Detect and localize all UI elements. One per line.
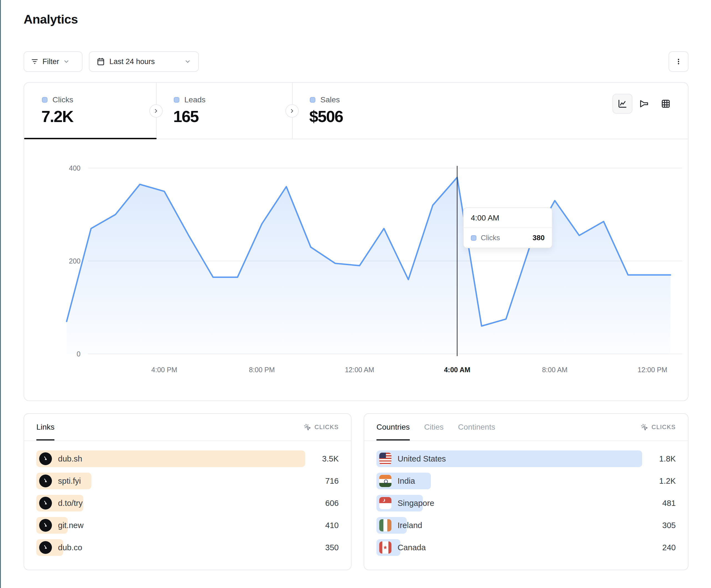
- window-edge-divider: [0, 0, 1, 588]
- link-label: dub.co: [58, 543, 82, 552]
- links-panel: Links CLICKS dub.sh 3.5K: [24, 413, 351, 570]
- tab-cities[interactable]: Cities: [424, 414, 444, 440]
- tab-sales[interactable]: Sales $506: [292, 83, 570, 139]
- metric-label: CLICKS: [652, 424, 676, 431]
- country-label: Singapore: [397, 499, 434, 508]
- more-options-button[interactable]: [669, 51, 689, 72]
- chevron-down-icon: [63, 58, 70, 65]
- links-panel-header: Links CLICKS: [24, 414, 351, 441]
- stat-label: Leads: [184, 95, 206, 104]
- ireland-flag-icon: [379, 519, 391, 532]
- filter-button[interactable]: Filter: [24, 51, 83, 72]
- calendar-icon: [96, 58, 105, 66]
- expand-clicks-leads-button[interactable]: [149, 104, 163, 118]
- funnel-view-button[interactable]: [634, 94, 654, 114]
- link-clicks-value: 606: [312, 499, 339, 508]
- link-clicks-value: 3.5K: [312, 454, 339, 463]
- chart-tooltip: 4:00 AM Clicks 380: [463, 207, 553, 248]
- link-row[interactable]: d.to/try 606: [36, 495, 339, 512]
- chart-type-switcher: [612, 94, 676, 114]
- country-row[interactable]: Singapore 481: [376, 495, 676, 512]
- links-metric-selector[interactable]: CLICKS: [304, 414, 339, 440]
- tooltip-series-value: 380: [533, 233, 544, 242]
- links-list: dub.sh 3.5K spti.fyi 716: [24, 441, 351, 556]
- stat-value: $506: [309, 107, 343, 126]
- date-range-button[interactable]: Last 24 hours: [89, 51, 199, 72]
- link-label: spti.fyi: [58, 476, 81, 485]
- sales-legend-icon: [310, 97, 316, 103]
- tab-continents[interactable]: Continents: [458, 414, 495, 440]
- clicks-area-chart[interactable]: 02004004:00 PM8:00 PM12:00 AM4:00 AM8:00…: [24, 139, 689, 401]
- metric-label: CLICKS: [315, 424, 339, 431]
- svg-text:400: 400: [69, 164, 81, 172]
- tab-leads[interactable]: Leads 165: [156, 83, 292, 139]
- cursor-click-icon: [641, 424, 648, 431]
- countries-metric-selector[interactable]: CLICKS: [641, 414, 676, 440]
- india-flag-icon: [379, 475, 391, 487]
- country-row[interactable]: Canada 240: [376, 539, 676, 556]
- link-row[interactable]: git.new 410: [36, 517, 339, 534]
- country-clicks-value: 481: [649, 499, 676, 508]
- tab-links[interactable]: Links: [36, 414, 55, 440]
- tab-label: Countries: [376, 423, 410, 432]
- dub-logo-icon: [39, 475, 52, 487]
- link-row[interactable]: dub.sh 3.5K: [36, 450, 339, 467]
- chevron-right-icon: [289, 108, 295, 114]
- link-row[interactable]: dub.co 350: [36, 539, 339, 556]
- link-label: d.to/try: [58, 499, 83, 508]
- link-clicks-value: 716: [312, 476, 339, 485]
- kebab-menu-icon: [675, 58, 682, 65]
- singapore-flag-icon: [379, 497, 391, 509]
- country-clicks-value: 240: [649, 543, 676, 552]
- country-label: Canada: [397, 543, 426, 552]
- tooltip-series-label: Clicks: [481, 233, 500, 242]
- dub-logo-icon: [39, 541, 52, 554]
- table-view-button[interactable]: [656, 94, 676, 114]
- country-label: India: [397, 476, 415, 485]
- filter-button-label: Filter: [42, 58, 59, 66]
- stat-value: 165: [173, 107, 198, 126]
- svg-text:8:00 PM: 8:00 PM: [249, 366, 275, 374]
- filter-icon: [31, 58, 39, 65]
- countries-list: United States 1.8K India 1.2K: [364, 441, 688, 556]
- stat-value: 7.2K: [41, 107, 73, 126]
- tooltip-time: 4:00 AM: [464, 208, 552, 228]
- countries-panel: Countries Cities Continents CLICKS: [364, 413, 689, 570]
- svg-text:4:00 PM: 4:00 PM: [151, 366, 177, 374]
- line-chart-view-button[interactable]: [612, 94, 632, 114]
- countries-panel-header: Countries Cities Continents CLICKS: [364, 414, 688, 441]
- country-clicks-value: 1.8K: [649, 454, 676, 463]
- svg-text:8:00 AM: 8:00 AM: [542, 366, 567, 374]
- country-row[interactable]: United States 1.8K: [376, 450, 676, 467]
- tab-countries[interactable]: Countries: [376, 414, 410, 440]
- dub-logo-icon: [39, 452, 52, 465]
- svg-text:12:00 AM: 12:00 AM: [345, 366, 374, 374]
- svg-text:4:00 AM: 4:00 AM: [444, 366, 470, 374]
- country-row[interactable]: India 1.2K: [376, 473, 676, 489]
- dub-logo-icon: [39, 519, 52, 532]
- stat-label: Clicks: [52, 95, 73, 104]
- tab-label: Links: [36, 423, 55, 432]
- link-label: git.new: [58, 521, 84, 530]
- dub-logo-icon: [39, 497, 52, 510]
- clicks-legend-icon: [42, 97, 47, 103]
- link-label: dub.sh: [58, 454, 82, 463]
- country-clicks-value: 305: [649, 521, 676, 530]
- tooltip-row: Clicks 380: [464, 228, 552, 248]
- country-clicks-value: 1.2K: [649, 476, 676, 485]
- link-clicks-value: 410: [312, 521, 339, 530]
- country-label: United States: [397, 454, 446, 463]
- cursor-click-icon: [304, 424, 311, 431]
- united-states-flag-icon: [379, 453, 391, 465]
- tab-clicks[interactable]: Clicks 7.2K: [24, 83, 156, 139]
- tab-label: Continents: [458, 423, 495, 432]
- country-row[interactable]: Ireland 305: [376, 517, 676, 534]
- link-row[interactable]: spti.fyi 716: [36, 473, 339, 489]
- expand-leads-sales-button[interactable]: [285, 104, 299, 118]
- funnel-chart-icon: [639, 98, 649, 109]
- svg-text:12:00 PM: 12:00 PM: [638, 366, 667, 374]
- clicks-legend-icon: [471, 235, 476, 241]
- line-chart-icon: [617, 98, 628, 109]
- stat-tabs-row: Clicks 7.2K Leads 165 Sales $506: [24, 83, 688, 139]
- tab-label: Cities: [424, 423, 444, 432]
